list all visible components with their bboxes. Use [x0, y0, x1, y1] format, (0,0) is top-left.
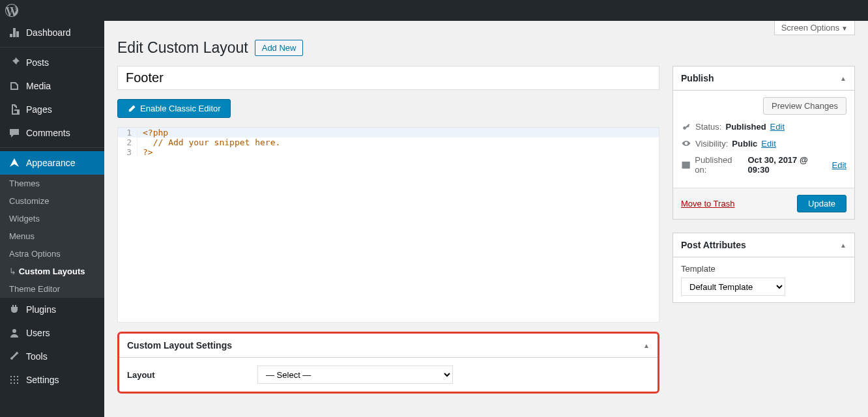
menu-label: Dashboard — [26, 27, 71, 38]
appearance-icon — [8, 156, 21, 169]
pages-icon — [8, 103, 21, 116]
submenu-custom-layouts[interactable]: Custom Layouts — [0, 263, 104, 280]
menu-label: Settings — [26, 375, 59, 385]
published-value: Oct 30, 2017 @ 09:30 — [747, 155, 828, 175]
media-icon — [8, 79, 21, 93]
menu-media[interactable]: Media — [0, 74, 104, 98]
visibility-label: Visibility: — [695, 139, 728, 149]
menu-label: Comments — [26, 128, 70, 138]
post-title-input[interactable] — [117, 66, 659, 90]
metabox-toggle-icon[interactable]: ▲ — [840, 75, 846, 82]
post-attributes-title: Post Attributes — [681, 240, 746, 250]
template-select[interactable]: Default Template — [681, 278, 785, 296]
menu-users[interactable]: Users — [0, 321, 104, 345]
key-icon — [681, 121, 691, 132]
enable-classic-editor-button[interactable]: Enable Classic Editor — [117, 99, 231, 118]
svg-rect-3 — [682, 164, 689, 168]
published-edit-link[interactable]: Edit — [832, 160, 846, 170]
menu-label: Users — [26, 328, 50, 338]
eye-icon — [681, 138, 691, 149]
submenu-themes[interactable]: Themes — [0, 175, 104, 192]
menu-label: Pages — [26, 104, 52, 115]
submenu-customize[interactable]: Customize — [0, 192, 104, 210]
comments-icon — [8, 126, 21, 139]
main-content: Screen Options Edit Custom Layout Add Ne… — [104, 21, 868, 417]
move-to-trash-link[interactable]: Move to Trash — [681, 199, 734, 208]
post-attributes-box: Post Attributes ▲ Template Default Templ… — [673, 233, 855, 303]
menu-label: Plugins — [26, 304, 56, 315]
metabox-toggle-icon[interactable]: ▲ — [643, 342, 650, 349]
preview-changes-button[interactable]: Preview Changes — [763, 97, 846, 115]
status-value: Published — [725, 122, 766, 132]
page-title: Edit Custom Layout — [117, 39, 248, 57]
classic-editor-label: Enable Classic Editor — [140, 104, 221, 113]
dashboard-icon — [8, 26, 21, 39]
svg-point-0 — [12, 329, 16, 333]
admin-bar — [0, 0, 868, 21]
menu-plugins[interactable]: Plugins — [0, 298, 104, 321]
pin-icon — [8, 56, 21, 69]
tools-icon — [8, 350, 21, 363]
metabox-toggle-icon[interactable]: ▲ — [840, 242, 846, 249]
publish-box: Publish ▲ Preview Changes Status: Publis… — [673, 66, 855, 220]
menu-appearance[interactable]: Appearance — [0, 151, 104, 175]
update-button[interactable]: Update — [797, 195, 846, 212]
submenu-menus[interactable]: Menus — [0, 227, 104, 245]
menu-comments[interactable]: Comments — [0, 121, 104, 145]
add-new-button[interactable]: Add New — [255, 40, 304, 56]
menu-label: Media — [26, 81, 51, 91]
admin-sidebar: Dashboard Posts Media Pages Comments App… — [0, 21, 104, 417]
layout-field-label: Layout — [127, 370, 257, 380]
status-label: Status: — [695, 122, 721, 132]
users-icon — [8, 326, 21, 339]
wordpress-logo-icon[interactable] — [5, 4, 18, 17]
visibility-value: Public — [732, 139, 757, 149]
settings-icon — [8, 373, 21, 386]
screen-options-toggle[interactable]: Screen Options — [774, 21, 855, 35]
custom-layout-settings-title: Custom Layout Settings — [127, 340, 232, 351]
submenu-astra-options[interactable]: Astra Options — [0, 245, 104, 263]
plugins-icon — [8, 303, 21, 316]
menu-label: Posts — [26, 57, 49, 68]
custom-layout-settings-box: Custom Layout Settings ▲ Layout — Select… — [117, 332, 659, 394]
menu-settings[interactable]: Settings — [0, 368, 104, 392]
submenu-widgets[interactable]: Widgets — [0, 210, 104, 227]
template-label: Template — [681, 264, 846, 274]
status-edit-link[interactable]: Edit — [770, 122, 785, 132]
menu-pages[interactable]: Pages — [0, 98, 104, 121]
publish-box-title: Publish — [681, 73, 714, 83]
menu-label: Tools — [26, 351, 48, 362]
calendar-icon — [681, 160, 691, 170]
menu-label: Appearance — [26, 158, 76, 168]
submenu-theme-editor[interactable]: Theme Editor — [0, 280, 104, 298]
appearance-submenu: Themes Customize Widgets Menus Astra Opt… — [0, 175, 104, 298]
menu-posts[interactable]: Posts — [0, 51, 104, 74]
visibility-edit-link[interactable]: Edit — [761, 139, 775, 149]
menu-tools[interactable]: Tools — [0, 345, 104, 368]
code-editor[interactable]: 1<?php 2 // Add your snippet here. 3?> — [117, 127, 659, 323]
pencil-icon — [127, 104, 136, 113]
layout-select[interactable]: — Select — — [257, 366, 453, 384]
menu-dashboard[interactable]: Dashboard — [0, 21, 104, 44]
published-label: Published on: — [695, 155, 744, 175]
